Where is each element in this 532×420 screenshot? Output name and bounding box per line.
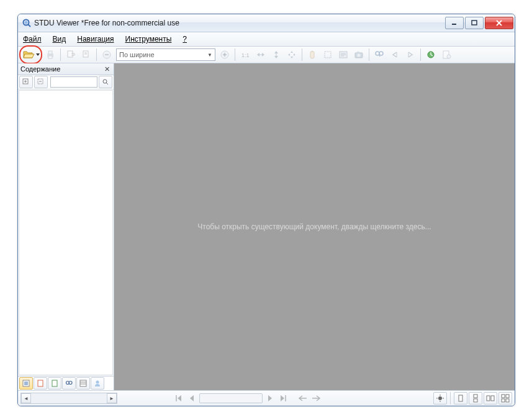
svg-rect-8 — [48, 51, 52, 54]
svg-rect-67 — [487, 396, 490, 401]
sidebar-search-input[interactable] — [50, 76, 97, 88]
fit-height-button[interactable] — [269, 47, 284, 62]
app-icon — [22, 18, 32, 28]
sidebar-tabs — [18, 376, 114, 390]
actual-size-button[interactable]: 1:1 — [238, 47, 253, 62]
svg-point-28 — [358, 54, 361, 57]
svg-rect-72 — [506, 399, 509, 402]
app-window: STDU Viewer *Free for non-commercial use… — [17, 14, 515, 406]
fit-page-button[interactable] — [284, 47, 299, 62]
highlight-annotation — [19, 45, 42, 64]
first-page-button[interactable] — [173, 393, 184, 403]
find-button[interactable] — [372, 47, 387, 62]
svg-rect-49 — [38, 380, 43, 386]
svg-rect-70 — [506, 395, 509, 398]
last-page-button[interactable] — [277, 393, 289, 403]
sidebar-close-button[interactable]: ✕ — [103, 65, 111, 73]
next-page-button[interactable] — [264, 393, 276, 403]
find-prev-button[interactable] — [387, 47, 402, 62]
collapse-all-button[interactable] — [34, 76, 48, 88]
page-navigation — [173, 393, 322, 403]
svg-rect-71 — [502, 399, 505, 402]
tab-bookmarks[interactable] — [48, 377, 61, 390]
select-tool-button[interactable] — [320, 47, 335, 62]
svg-rect-4 — [472, 21, 477, 25]
svg-point-59 — [438, 396, 442, 400]
svg-rect-50 — [52, 380, 57, 386]
tab-user[interactable] — [91, 377, 104, 390]
text-select-button[interactable] — [336, 47, 351, 62]
info-button[interactable] — [439, 47, 454, 62]
menu-view[interactable]: Вид — [50, 34, 69, 45]
document-area[interactable]: Чтобы открыть существующий документ, два… — [114, 63, 515, 390]
export-page-button[interactable] — [63, 47, 78, 62]
svg-line-1 — [28, 24, 30, 27]
zoom-mode-dropdown[interactable]: По ширине▼ — [116, 48, 215, 61]
svg-point-2 — [25, 21, 28, 24]
sidebar: Содержание ✕ — [18, 63, 114, 390]
zoom-in-button[interactable] — [217, 47, 232, 62]
zoom-out-button[interactable] — [99, 47, 114, 62]
svg-rect-68 — [491, 396, 494, 401]
sidebar-toolbar — [18, 75, 114, 89]
find-next-button[interactable] — [403, 47, 418, 62]
sidebar-header: Содержание ✕ — [18, 63, 114, 75]
page-slider[interactable] — [199, 393, 263, 403]
fit-width-button[interactable] — [253, 47, 268, 62]
svg-rect-64 — [459, 395, 462, 401]
sidebar-search-button[interactable] — [99, 76, 112, 88]
sidebar-hscrollbar[interactable]: ◄ ► — [20, 393, 117, 404]
single-page-view-button[interactable] — [454, 392, 467, 404]
title-bar[interactable]: STDU Viewer *Free for non-commercial use — [18, 14, 515, 32]
tab-contents[interactable] — [19, 377, 33, 390]
menu-bar: Файл Вид Навигация Инструменты ? — [18, 32, 515, 47]
facing-view-button[interactable] — [484, 392, 497, 404]
brightness-button[interactable] — [433, 392, 447, 404]
status-bar: ◄ ► — [18, 390, 515, 406]
svg-rect-10 — [68, 51, 73, 57]
tab-layers[interactable] — [76, 377, 90, 390]
svg-rect-69 — [502, 395, 505, 398]
svg-rect-65 — [474, 395, 477, 398]
zoom-mode-label: По ширине — [119, 51, 155, 58]
svg-text:1:1: 1:1 — [241, 52, 250, 58]
svg-point-30 — [376, 52, 379, 55]
expand-all-button[interactable] — [19, 76, 33, 88]
menu-tools[interactable]: Инструменты — [123, 34, 174, 45]
chevron-down-icon: ▼ — [207, 52, 212, 58]
svg-rect-66 — [474, 399, 477, 402]
export-text-button[interactable] — [79, 47, 94, 62]
print-button[interactable] — [43, 47, 58, 62]
svg-rect-22 — [325, 52, 331, 58]
scroll-left-button[interactable]: ◄ — [21, 393, 31, 403]
snapshot-button[interactable] — [351, 47, 366, 62]
tab-search[interactable] — [62, 377, 76, 390]
prev-page-button[interactable] — [186, 393, 197, 403]
settings-button[interactable] — [423, 47, 438, 62]
open-file-button[interactable] — [21, 47, 41, 62]
menu-help[interactable]: ? — [180, 34, 189, 45]
svg-line-44 — [106, 83, 108, 84]
svg-rect-53 — [80, 380, 86, 386]
menu-navigation[interactable]: Навигация — [74, 34, 116, 45]
scroll-right-button[interactable]: ► — [107, 393, 117, 403]
nav-back-button[interactable] — [297, 393, 309, 403]
minimize-button[interactable] — [445, 17, 464, 29]
continuous-facing-view-button[interactable] — [498, 392, 512, 404]
nav-forward-button[interactable] — [310, 393, 322, 403]
maximize-button[interactable] — [465, 17, 484, 29]
close-button[interactable] — [485, 17, 513, 29]
svg-rect-29 — [357, 52, 359, 53]
toolbar: По ширине▼ 1:1 — [18, 47, 515, 63]
svg-point-37 — [447, 55, 451, 58]
tab-thumbnails[interactable] — [34, 377, 47, 390]
sidebar-title: Содержание — [20, 65, 60, 73]
svg-rect-9 — [48, 56, 52, 58]
continuous-view-button[interactable] — [469, 392, 482, 404]
hand-tool-button[interactable] — [305, 47, 320, 62]
menu-file[interactable]: Файл — [20, 34, 44, 45]
svg-point-31 — [379, 52, 383, 55]
sidebar-tree[interactable] — [19, 90, 113, 375]
empty-hint: Чтобы открыть существующий документ, два… — [197, 222, 431, 231]
window-title: STDU Viewer *Free for non-commercial use — [34, 19, 445, 27]
